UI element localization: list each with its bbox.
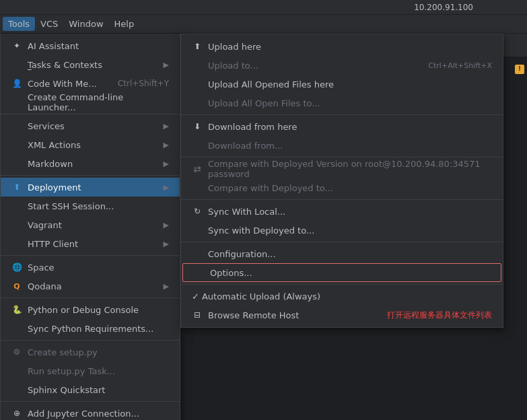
python-label: Python or Debug Console xyxy=(28,305,169,315)
menu-sync-requirements[interactable]: Sync Python Requirements... xyxy=(1,319,180,338)
tasks-label: Tasks & Contexts xyxy=(28,60,161,70)
code-me-label: Code With Me... xyxy=(28,79,104,89)
submenu-upload-all-to: Upload All Open Files to... xyxy=(181,94,503,112)
upload-all-to-icon xyxy=(192,98,203,108)
ssh-icon xyxy=(11,201,22,211)
menu-vagrant[interactable]: Vagrant ▶ xyxy=(1,215,180,234)
menu-ai-assistant[interactable]: ✦ AI Assistant xyxy=(1,36,180,55)
jupyter-label: Add Jupyter Connection... xyxy=(28,409,169,419)
config-icon xyxy=(192,248,203,259)
sep-6 xyxy=(1,401,180,402)
run-setup-label: Run setup.py Task... xyxy=(28,366,169,376)
menu-vcs[interactable]: VCS xyxy=(35,17,63,31)
menu-space[interactable]: 🌐 Space xyxy=(1,258,180,277)
deployment-submenu: ⬆ Upload here Upload to... Ctrl+Alt+Shif… xyxy=(180,34,503,328)
space-label: Space xyxy=(28,262,169,273)
cmdline-label: Create Command-line Launcher... xyxy=(28,92,169,112)
download-here-label: Download from here xyxy=(208,122,492,132)
submenu-configuration[interactable]: Configuration... xyxy=(181,244,503,263)
title-bar: 10.200.91.100 xyxy=(0,0,527,15)
upload-all-label: Upload All Opened Files here xyxy=(208,79,492,90)
sub-sep-2 xyxy=(181,157,503,158)
sep-3 xyxy=(1,255,180,256)
menu-markdown[interactable]: Markdown ▶ xyxy=(1,154,180,173)
qodana-arrow: ▶ xyxy=(164,282,169,291)
upload-here-icon: ⬆ xyxy=(192,41,203,52)
upload-to-label: Upload to... xyxy=(208,61,428,71)
menu-deployment[interactable]: ⬆ Deployment ▶ xyxy=(1,178,180,197)
submenu-download-here[interactable]: ⬇ Download from here xyxy=(181,117,503,136)
xml-label: XML Actions xyxy=(28,140,161,150)
menu-add-jupyter[interactable]: ⊕ Add Jupyter Connection... xyxy=(1,404,180,420)
tasks-arrow: ▶ xyxy=(164,61,169,69)
menu-qodana[interactable]: Q Qodana ▶ xyxy=(1,277,180,295)
sync-req-label: Sync Python Requirements... xyxy=(28,324,169,334)
vagrant-label: Vagrant xyxy=(28,220,161,230)
menu-python-console[interactable]: 🐍 Python or Debug Console xyxy=(1,300,180,319)
menu-services[interactable]: Services ▶ xyxy=(1,116,180,135)
submenu-options[interactable]: Options... xyxy=(182,263,501,282)
vagrant-icon xyxy=(11,219,22,230)
submenu-auto-upload[interactable]: ✓ Automatic Upload (Always) xyxy=(181,287,503,306)
upload-all-icon xyxy=(192,79,203,90)
http-icon xyxy=(11,238,22,249)
tasks-icon xyxy=(11,59,22,70)
upload-all-to-label: Upload All Open Files to... xyxy=(208,98,492,108)
options-label: Options... xyxy=(210,268,490,278)
http-label: HTTP Client xyxy=(28,239,161,249)
title-bar-ip: 10.200.91.100 xyxy=(414,3,473,12)
menu-tools[interactable]: Tools xyxy=(3,17,35,31)
sep-2 xyxy=(1,175,180,176)
tools-menu: ✦ AI Assistant Tasks & Contexts ▶ 👤 Code… xyxy=(0,34,180,420)
menu-bar: Tools VCS Window Help xyxy=(0,15,527,34)
menu-create-cmdline[interactable]: Create Command-line Launcher... xyxy=(1,93,180,112)
menu-start-ssh[interactable]: Start SSH Session... xyxy=(1,197,180,215)
submenu-compare-to: Compare with Deployed to... xyxy=(181,178,503,197)
submenu-upload-here[interactable]: ⬆ Upload here xyxy=(181,37,503,56)
code-me-icon: 👤 xyxy=(11,78,22,89)
submenu-compare-deployed: ⇄ Compare with Deployed Version on root@… xyxy=(181,160,503,178)
deployment-label: Deployment xyxy=(28,182,161,193)
jupyter-icon: ⊕ xyxy=(11,408,22,419)
deployment-arrow: ▶ xyxy=(164,183,169,192)
sub-sep-1 xyxy=(181,114,503,115)
sphinx-label: Sphinx Quickstart xyxy=(28,385,169,395)
submenu-upload-to: Upload to... Ctrl+Alt+Shift+X xyxy=(181,56,503,75)
menu-tasks-contexts[interactable]: Tasks & Contexts ▶ xyxy=(1,55,180,74)
compare-icon: ⇄ xyxy=(192,164,203,174)
menu-sphinx[interactable]: Sphinx Quickstart xyxy=(1,380,180,399)
auto-upload-label: Automatic Upload (Always) xyxy=(202,291,492,302)
upload-here-label: Upload here xyxy=(208,42,492,52)
services-arrow: ▶ xyxy=(164,122,169,131)
sync-req-icon xyxy=(11,323,22,334)
submenu-upload-all-opened[interactable]: Upload All Opened Files here xyxy=(181,75,503,94)
menu-window[interactable]: Window xyxy=(63,17,108,31)
submenu-browse-remote[interactable]: ⊟ Browse Remote Host 打开远程服务器具体文件列表 xyxy=(181,306,503,324)
menu-code-with-me[interactable]: 👤 Code With Me... Ctrl+Shift+Y xyxy=(1,74,180,93)
download-from-label: Download from... xyxy=(208,141,492,151)
menu-xml-actions[interactable]: XML Actions ▶ xyxy=(1,135,180,154)
ai-assistant-label: AI Assistant xyxy=(28,41,169,51)
sep-1 xyxy=(1,114,180,114)
vagrant-arrow: ▶ xyxy=(164,221,169,230)
upload-to-shortcut: Ctrl+Alt+Shift+X xyxy=(428,61,492,70)
markdown-label: Markdown xyxy=(28,159,161,169)
setup-icon: ⚙ xyxy=(11,347,22,357)
compare-to-icon xyxy=(192,182,203,193)
sphinx-icon xyxy=(11,384,22,395)
menu-http-client[interactable]: HTTP Client ▶ xyxy=(1,234,180,253)
create-setup-label: Create setup.py xyxy=(28,347,169,357)
submenu-sync-deployed[interactable]: Sync with Deployed to... xyxy=(181,221,503,240)
code-me-shortcut: Ctrl+Shift+Y xyxy=(118,79,169,88)
sync-deployed-icon xyxy=(192,225,203,236)
python-icon: 🐍 xyxy=(11,304,22,315)
browse-remote-chinese: 打开远程服务器具体文件列表 xyxy=(387,310,492,321)
run-setup-icon xyxy=(11,365,22,376)
options-icon xyxy=(194,267,205,278)
download-from-icon xyxy=(192,140,203,151)
browse-remote-label: Browse Remote Host xyxy=(208,310,382,320)
menu-help[interactable]: Help xyxy=(109,17,140,31)
submenu-sync-local[interactable]: ↻ Sync With Local... xyxy=(181,202,503,221)
compare-to-label: Compare with Deployed to... xyxy=(208,183,492,193)
compare-deployed-label: Compare with Deployed Version on root@10… xyxy=(208,159,492,179)
